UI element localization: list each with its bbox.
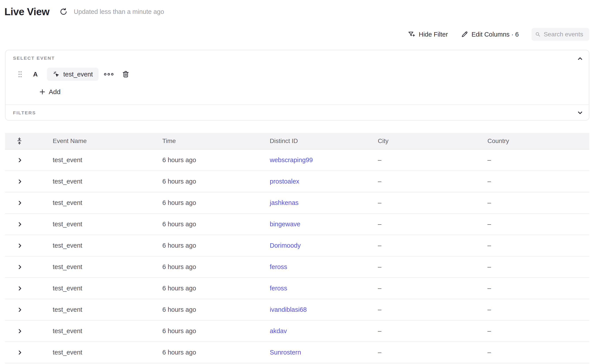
- distinct-id-link[interactable]: prostoalex: [270, 178, 299, 185]
- page-title: Live View: [4, 6, 49, 18]
- time-cell: 6 hours ago: [162, 178, 270, 185]
- distinct-id-link[interactable]: feross: [270, 263, 287, 270]
- country-cell: –: [487, 242, 589, 249]
- row-expand-button[interactable]: [16, 328, 23, 335]
- refresh-button[interactable]: [59, 7, 68, 16]
- row-expand-button[interactable]: [16, 349, 23, 356]
- chevron-right-icon: [17, 328, 23, 334]
- event-select-chip[interactable]: test_event: [47, 68, 99, 81]
- table-row[interactable]: test_event 6 hours ago feross – –: [5, 257, 589, 278]
- distinct-id-link[interactable]: bingewave: [270, 221, 300, 228]
- country-cell: –: [487, 285, 589, 292]
- distinct-id-link[interactable]: ivandiblasi68: [270, 306, 307, 313]
- distinct-id-link[interactable]: feross: [270, 285, 287, 292]
- column-header-city[interactable]: City: [378, 138, 487, 144]
- chevron-down-icon: [577, 109, 583, 116]
- more-options-icon: [104, 72, 114, 76]
- distinct-id-link[interactable]: Dorimoody: [270, 242, 301, 249]
- delete-event-button[interactable]: [122, 70, 129, 78]
- toolbar: Hide Filter Edit Columns · 6: [408, 28, 589, 41]
- column-header-event-name[interactable]: Event Name: [53, 138, 162, 144]
- time-cell: 6 hours ago: [162, 327, 270, 335]
- table-row[interactable]: test_event 6 hours ago prostoalex – –: [5, 171, 589, 192]
- event-name-cell: test_event: [53, 178, 162, 185]
- row-expand-button[interactable]: [16, 221, 23, 228]
- row-expand-button[interactable]: [16, 307, 23, 313]
- table-row[interactable]: test_event 6 hours ago bingewave – –: [5, 214, 589, 235]
- filters-label: FILTERS: [13, 110, 36, 116]
- chevron-right-icon: [17, 286, 23, 291]
- chevron-right-icon: [17, 157, 23, 163]
- event-name-cell: test_event: [53, 327, 162, 335]
- city-cell: –: [378, 199, 487, 207]
- event-name-cell: test_event: [53, 306, 162, 313]
- time-cell: 6 hours ago: [162, 156, 270, 164]
- table-row[interactable]: test_event 6 hours ago Dorimoody – –: [5, 235, 589, 257]
- distinct-id-link[interactable]: Sunrostern: [270, 349, 301, 356]
- time-cell: 6 hours ago: [162, 221, 270, 228]
- cursor-click-icon: [53, 71, 60, 78]
- city-cell: –: [378, 221, 487, 228]
- expand-filters-button[interactable]: [576, 109, 584, 117]
- event-more-options-button[interactable]: [104, 72, 114, 76]
- time-cell: 6 hours ago: [162, 263, 270, 271]
- drag-handle-icon[interactable]: [18, 71, 22, 78]
- add-label: Add: [49, 88, 60, 96]
- hide-filter-label: Hide Filter: [419, 31, 448, 38]
- add-event-button[interactable]: Add: [39, 88, 60, 96]
- table-header: Event Name Time Distinct ID City Country: [5, 133, 589, 150]
- card-divider: [5, 104, 589, 105]
- collapse-select-event-button[interactable]: [576, 55, 584, 63]
- country-cell: –: [487, 327, 589, 335]
- row-expand-button[interactable]: [16, 157, 23, 164]
- country-cell: –: [487, 221, 589, 228]
- table-row[interactable]: test_event 6 hours ago feross – –: [5, 278, 589, 299]
- column-header-distinct-id[interactable]: Distinct ID: [270, 138, 378, 144]
- events-table: Event Name Time Distinct ID City Country: [5, 133, 589, 363]
- time-cell: 6 hours ago: [162, 242, 270, 249]
- series-letter: A: [33, 71, 38, 78]
- row-expand-button[interactable]: [16, 264, 23, 270]
- country-cell: –: [487, 199, 589, 207]
- table-row[interactable]: test_event 6 hours ago Sunrostern – –: [5, 342, 589, 363]
- table-row[interactable]: test_event 6 hours ago akdav – –: [5, 321, 589, 342]
- chevron-right-icon: [17, 179, 23, 184]
- row-expand-button[interactable]: [16, 242, 23, 249]
- table-row[interactable]: test_event 6 hours ago jashkenas – –: [5, 192, 589, 214]
- event-name-cell: test_event: [53, 156, 162, 164]
- plus-icon: [39, 89, 46, 95]
- distinct-id-link[interactable]: webscraping99: [270, 156, 313, 164]
- time-cell: 6 hours ago: [162, 306, 270, 313]
- country-cell: –: [487, 263, 589, 271]
- row-expand-button[interactable]: [16, 178, 23, 185]
- table-row[interactable]: test_event 6 hours ago webscraping99 – –: [5, 150, 589, 171]
- row-expand-button[interactable]: [16, 285, 23, 292]
- collapse-rows-button[interactable]: [16, 138, 23, 144]
- distinct-id-link[interactable]: akdav: [270, 327, 287, 335]
- country-cell: –: [487, 156, 589, 164]
- hide-filter-button[interactable]: Hide Filter: [408, 31, 448, 38]
- column-header-time[interactable]: Time: [162, 138, 270, 144]
- search-box[interactable]: [532, 28, 589, 41]
- selected-event-label: test_event: [63, 71, 93, 78]
- event-row: A test_event: [18, 67, 129, 81]
- chevron-right-icon: [17, 350, 23, 355]
- distinct-id-link[interactable]: jashkenas: [270, 199, 299, 206]
- country-cell: –: [487, 349, 589, 356]
- row-expand-button[interactable]: [16, 200, 23, 206]
- event-name-cell: test_event: [53, 221, 162, 228]
- title-row: Live View Updated less than a minute ago: [4, 6, 164, 18]
- filter-plus-icon: [408, 31, 415, 38]
- city-cell: –: [378, 263, 487, 271]
- live-view-page: Live View Updated less than a minute ago…: [0, 0, 607, 364]
- pencil-icon: [461, 31, 468, 38]
- edit-columns-button[interactable]: Edit Columns · 6: [461, 31, 519, 38]
- city-cell: –: [378, 306, 487, 313]
- table-body: test_event 6 hours ago webscraping99 – –: [5, 150, 589, 363]
- column-header-country[interactable]: Country: [487, 138, 589, 144]
- table-row[interactable]: test_event 6 hours ago ivandiblasi68 – –: [5, 299, 589, 321]
- event-name-cell: test_event: [53, 242, 162, 249]
- city-cell: –: [378, 242, 487, 249]
- search-input[interactable]: [544, 31, 586, 38]
- event-name-cell: test_event: [53, 349, 162, 356]
